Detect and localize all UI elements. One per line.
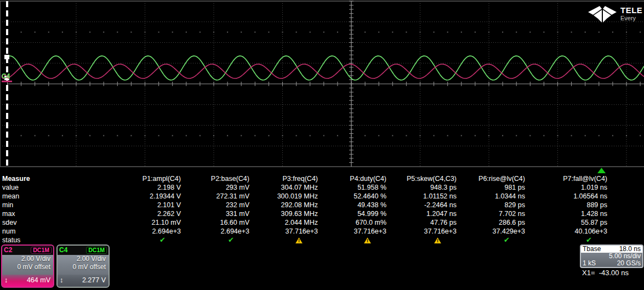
grid-tick-dot [626, 32, 627, 33]
channel-zero-label: C4 [2, 72, 10, 80]
waveform-grid[interactable]: C4 [0, 0, 644, 168]
grid-tick-dot [227, 135, 228, 136]
status-ok-icon: ✔ [159, 236, 166, 244]
grid-tick-dot [488, 135, 489, 136]
measure-col-header[interactable]: P5:skew(C4,C3) [387, 174, 458, 183]
grid-tick-dot [200, 135, 201, 136]
measure-status-cell: ! [319, 236, 387, 244]
channel-zero-indicator-c4[interactable]: C4 [2, 73, 12, 82]
teledyne-lecroy-logo: TELE Every [588, 2, 644, 26]
grid-tick-dot [337, 32, 338, 33]
grid-canvas [0, 0, 644, 168]
measure-min-cell: 232 mV [182, 201, 250, 209]
grid-tick-dot [461, 135, 462, 136]
grid-tick-dot [62, 135, 63, 136]
measure-col-header[interactable]: P7:fall@lv(C4) [526, 174, 608, 183]
grid-tick-dot [241, 135, 242, 136]
trigger-position-icon[interactable] [597, 168, 606, 173]
x1-cursor-readout: X1= -43.00 ns [582, 269, 629, 277]
measure-value-cell: 51.958 % [319, 183, 387, 192]
measure-col-header[interactable]: P3:freq(C4) [250, 174, 319, 183]
measure-row-label: value [0, 183, 112, 192]
measure-min-cell: 829 ps [458, 201, 526, 209]
measure-num-cell: 37.716e+3 [250, 227, 319, 236]
measure-value-cell: 1.019 ns [526, 183, 608, 192]
measure-num-cell: 37.716e+3 [387, 227, 458, 236]
c4-trace-start-marker[interactable] [4, 55, 9, 59]
measure-row-label: Measure [0, 174, 112, 183]
grid-tick-dot [130, 32, 132, 33]
measure-num-cell: 2.694e+3 [112, 227, 182, 236]
grid-tick-dot [186, 32, 187, 33]
measure-mean-cell: 300.019 MHz [250, 192, 319, 201]
measure-sdev-cell: 286.6 ps [458, 218, 526, 227]
grid-tick-dot [406, 135, 407, 136]
measure-min-cell: 292.08 MHz [250, 201, 319, 209]
measure-value-cell: 948.3 ps [387, 183, 458, 192]
measure-num-cell: 40.106e+3 [526, 227, 608, 236]
grid-tick-dot [145, 135, 146, 136]
measure-max-cell: 309.63 MHz [250, 209, 319, 218]
channel-descriptor-c4[interactable]: C4 DC1M 2.00 V/div 0 mV offset ↕ 2.277 V [56, 244, 110, 288]
measure-table: MeasureP1:ampl(C4)P2:base(C4)P3:freq(C4)… [0, 174, 644, 244]
measure-status-cell: ! [387, 236, 458, 244]
grid-tick-dot [406, 32, 407, 33]
grid-tick-dot [502, 135, 503, 136]
trigger-delay-cursor[interactable] [6, 1, 8, 167]
grid-tick-dot [599, 135, 600, 136]
grid-tick-dot [434, 32, 435, 33]
measure-row-label: status [0, 236, 112, 244]
grid-tick-dot [420, 32, 421, 33]
measure-status-cell: ! [250, 236, 319, 244]
measure-sdev-cell: 670.0 m% [319, 218, 387, 227]
measure-value-cell: 304.07 MHz [250, 183, 319, 192]
grid-tick-dot [158, 32, 159, 33]
measure-row-label: min [0, 201, 112, 209]
grid-tick-dot [158, 135, 159, 136]
grid-tick-dot [310, 135, 311, 136]
measure-col-header[interactable]: P1:ampl(C4) [112, 174, 182, 183]
channel-c2-coupling-badge[interactable]: DC1M [31, 247, 52, 254]
grid-tick-dot [571, 32, 572, 33]
measure-mean-cell: 1.01152 ns [387, 192, 458, 201]
grid-tick-dot [337, 135, 338, 136]
grid-tick-dot [502, 32, 503, 33]
measure-max-cell: 2.262 V [112, 209, 182, 218]
measure-value-cell: 293 mV [182, 183, 250, 192]
grid-tick-dot [103, 32, 104, 33]
grid-tick-dot [282, 32, 283, 33]
grid-tick-dot [475, 32, 476, 33]
timebase-rate: 20 GS/s [617, 260, 641, 267]
timebase-descriptor[interactable]: Tbase 18.0 ns 5.00 ns/div 1 kS 20 GS/s [580, 244, 643, 268]
grid-tick-dot [172, 135, 173, 136]
grid-tick-dot [420, 135, 421, 136]
measure-value-cell: 2.198 V [112, 183, 182, 192]
grid-tick-dot [475, 135, 476, 136]
measure-status-cell: ✔ [458, 236, 526, 244]
grid-tick-dot [640, 32, 641, 33]
grid-tick-dot [227, 32, 228, 33]
status-warning-icon: ! [364, 237, 371, 243]
measure-max-cell: 54.999 % [319, 209, 387, 218]
measure-max-cell: 1.428 ns [526, 209, 608, 218]
measure-sdev-cell: 2.044 MHz [250, 218, 319, 227]
grid-tick-dot [310, 32, 311, 33]
measure-col-header[interactable]: P4:duty(C4) [319, 174, 387, 183]
grid-tick-dot [392, 32, 393, 33]
grid-tick-dot [21, 135, 22, 136]
channel-c4-coupling-badge[interactable]: DC1M [86, 247, 107, 254]
channel-c4-reading: 2.277 V [82, 276, 106, 284]
status-ok-icon: ✔ [504, 236, 510, 244]
measure-row-label: sdev [0, 218, 112, 227]
grid-tick-dot [543, 135, 544, 136]
grid-tick-dot [254, 135, 255, 136]
measure-col-header[interactable]: P6:rise@lv(C4) [458, 174, 526, 183]
grid-tick-dot [241, 32, 242, 33]
channel-descriptor-c2[interactable]: C2 DC1M 2.00 V/div 0 mV offset ↕ 464 mV [1, 244, 54, 288]
measure-sdev-cell: 21.10 mV [112, 218, 182, 227]
grid-tick-dot [89, 32, 90, 33]
measure-mean-cell: 1.0344 ns [458, 192, 526, 201]
measure-col-header[interactable]: P2:base(C4) [182, 174, 250, 183]
grid-tick-dot [296, 32, 297, 33]
measure-row-label: num [0, 227, 112, 236]
